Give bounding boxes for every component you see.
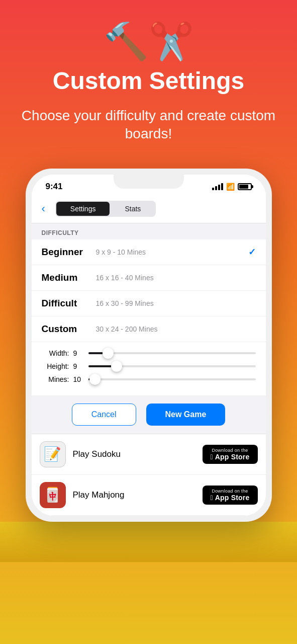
tools-icon: 🔨✂️: [104, 20, 194, 63]
diff-desc-difficult: 16 x 30 - 99 Mines: [96, 299, 154, 307]
mahjong-app-store-badge[interactable]: Download on the  App Store: [203, 486, 258, 505]
status-time: 9:41: [46, 182, 63, 192]
sudoku-app-store-badge[interactable]: Download on the  App Store: [203, 445, 258, 464]
diff-name-difficult: Difficult: [42, 298, 92, 309]
action-buttons: Cancel New Game: [32, 395, 266, 434]
mines-slider-row: Mines: 10: [42, 375, 256, 383]
sliders-section: Width: 9 Height: 9: [32, 342, 266, 395]
app-content: DIFFICULTY Beginner 9 x 9 - 10 Mines ✓ M…: [32, 223, 266, 516]
battery-icon: [238, 183, 252, 190]
mahjong-badge-bottom:  App Store: [210, 494, 249, 502]
width-slider-row: Width: 9: [42, 349, 256, 357]
height-label: Height:: [42, 362, 69, 370]
tab-stats[interactable]: Stats: [111, 202, 155, 216]
diff-desc-beginner: 9 x 9 - 10 Mines: [96, 248, 146, 256]
subtitle: Choose your difficulty and create custom…: [15, 107, 282, 143]
difficulty-table: Beginner 9 x 9 - 10 Mines ✓ Medium 16 x …: [32, 239, 266, 342]
apple-logo-sudoku: : [210, 453, 213, 461]
phone-mockup: 9:41 📶 ‹ Settings Stats: [26, 169, 272, 522]
wifi-icon: 📶: [226, 183, 235, 191]
apple-logo-mahjong: : [210, 494, 213, 502]
mahjong-badge-top: Download on the: [212, 489, 248, 494]
mines-label: Mines:: [42, 375, 69, 383]
diff-desc-medium: 16 x 16 - 40 Mines: [96, 274, 154, 282]
diff-desc-custom: 30 x 24 - 200 Mines: [96, 325, 158, 333]
promo-mahjong-row[interactable]: 🀄 Play Mahjong Download on the  App Sto…: [32, 475, 266, 516]
promo-sudoku-row[interactable]: 📝 Play Sudoku Download on the  App Stor…: [32, 434, 266, 475]
mines-slider-track[interactable]: [88, 378, 256, 380]
width-value: 9: [73, 349, 84, 357]
sudoku-badge-top: Download on the: [212, 448, 248, 453]
sudoku-icon: 📝: [40, 441, 66, 467]
difficulty-beginner[interactable]: Beginner 9 x 9 - 10 Mines ✓: [32, 239, 266, 265]
diff-name-medium: Medium: [42, 272, 92, 283]
phone-inner: 9:41 📶 ‹ Settings Stats: [32, 175, 266, 516]
main-title: Custom Settings: [53, 68, 244, 95]
tab-settings[interactable]: Settings: [56, 202, 110, 216]
difficulty-custom[interactable]: Custom 30 x 24 - 200 Mines: [32, 316, 266, 342]
height-slider-track[interactable]: [88, 365, 256, 367]
mahjong-name: Play Mahjong: [73, 490, 195, 500]
sudoku-name: Play Sudoku: [73, 449, 195, 459]
diff-name-custom: Custom: [42, 324, 92, 335]
checkmark-beginner: ✓: [248, 247, 256, 258]
width-label: Width:: [42, 349, 69, 357]
difficulty-difficult[interactable]: Difficult 16 x 30 - 99 Mines: [32, 291, 266, 316]
phone-notch: [114, 175, 184, 189]
mines-value: 10: [73, 375, 84, 383]
header-area: 🔨✂️ Custom Settings Choose your difficul…: [0, 0, 297, 153]
status-icons: 📶: [212, 183, 252, 191]
difficulty-medium[interactable]: Medium 16 x 16 - 40 Mines: [32, 265, 266, 291]
bottom-area: [0, 522, 297, 562]
diff-name-beginner: Beginner: [42, 247, 92, 258]
new-game-button[interactable]: New Game: [146, 404, 226, 426]
sudoku-badge-bottom:  App Store: [210, 453, 249, 461]
promo-section: 📝 Play Sudoku Download on the  App Stor…: [32, 434, 266, 516]
width-slider-track[interactable]: [88, 352, 256, 354]
segmented-control: Settings Stats: [55, 201, 156, 217]
difficulty-section-header: DIFFICULTY: [32, 223, 266, 239]
mahjong-icon: 🀄: [40, 482, 66, 508]
signal-icon: [212, 183, 223, 190]
back-button[interactable]: ‹: [42, 202, 45, 215]
height-value: 9: [73, 362, 84, 370]
cancel-button[interactable]: Cancel: [72, 404, 136, 426]
nav-bar: ‹ Settings Stats: [32, 196, 266, 223]
height-slider-row: Height: 9: [42, 362, 256, 370]
